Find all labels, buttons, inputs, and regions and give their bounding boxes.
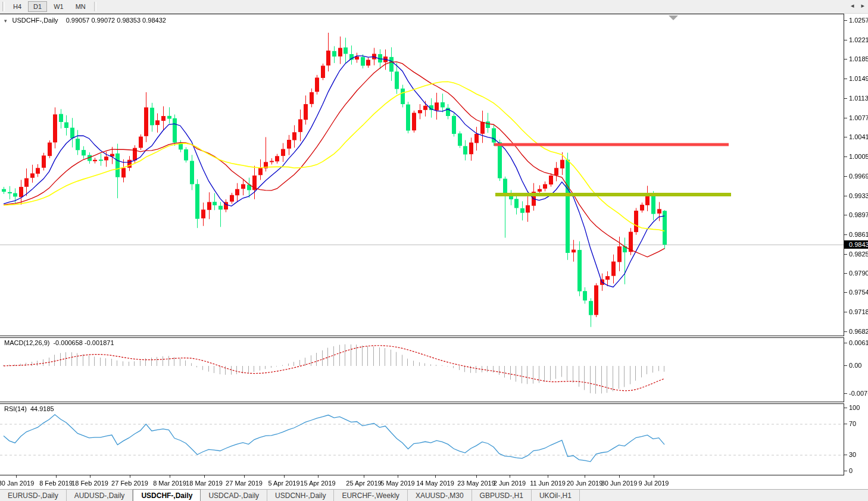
macd-name: MACD(12,26,9) (4, 339, 49, 346)
price-tick-label: 1.01130 (849, 95, 868, 102)
price-tick-label: 0.98970 (849, 211, 868, 218)
date-tick-mark (16, 475, 17, 478)
date-tick-mark (654, 475, 654, 478)
date-tick-mark (619, 475, 620, 478)
chart-canvas[interactable] (0, 0, 868, 501)
chart-tab-gbpusd-h1[interactable]: GBPUSD-,H1 (472, 490, 532, 501)
tab-scroll-right-icon[interactable]: ▸ (861, 2, 864, 9)
chart-ohlc-values: 0.99057 0.99072 0.98353 0.98432 (66, 17, 166, 24)
rsi-axis-tick-label: 70 (849, 420, 856, 427)
macd-axis-tick-label: -0.007612 (849, 390, 868, 397)
date-tick-mark (170, 475, 170, 478)
chart-tab-usdcad-daily[interactable]: USDCAD-,Daily (201, 490, 267, 501)
date-tick-mark (585, 475, 585, 478)
chart-shift-marker-icon[interactable] (669, 15, 678, 20)
tab-scroll-left-icon[interactable]: ◂ (851, 2, 854, 9)
date-tick-mark (510, 475, 510, 478)
date-tick-mark (56, 475, 57, 478)
price-tick-label: 0.97180 (849, 308, 868, 315)
chart-tab-eurusd-daily[interactable]: EURUSD-,Daily (0, 490, 67, 501)
chart-title: ▾ USDCHF-,Daily 0.99057 0.99072 0.98353 … (4, 17, 166, 24)
price-tick-label: 1.02570 (849, 17, 868, 24)
chart-tab-audusd-daily[interactable]: AUDUSD-,Daily (67, 490, 133, 501)
macd-label: MACD(12,26,9)-0.000658 -0.001871 (4, 339, 118, 346)
price-tick-label: 0.99690 (849, 173, 868, 180)
date-tick-mark (548, 475, 548, 478)
macd-axis-tick-label: 0.00613 (849, 339, 868, 346)
price-tick-label: 1.01490 (849, 75, 868, 82)
date-tick-mark (90, 475, 90, 478)
chart-tab-usdcnh-daily[interactable]: USDCNH-,Daily (267, 490, 334, 501)
date-tick-label: 9 Jul 2019 (627, 480, 680, 487)
macd-values: -0.000658 -0.001871 (53, 339, 114, 346)
date-tick-mark (244, 475, 245, 478)
date-tick-mark (318, 475, 319, 478)
price-tick-label: 1.00770 (849, 114, 868, 121)
rsi-label: RSI(14)44.9185 (4, 405, 58, 412)
rsi-value: 44.9185 (30, 405, 54, 412)
chart-tab-eurchf-weekly[interactable]: EURCHF-,Weekly (334, 490, 407, 501)
date-tick-mark (398, 475, 398, 478)
rsi-name: RSI(14) (4, 405, 27, 412)
chart-tab-usdchf-daily[interactable]: USDCHF-,Daily (133, 489, 201, 501)
price-tick-label: 0.98250 (849, 250, 868, 258)
rsi-axis-tick-label: 100 (849, 404, 860, 411)
chart-symbol-label: USDCHF-,Daily (13, 17, 58, 24)
price-tick-label: 1.00410 (849, 133, 868, 140)
rsi-axis-tick-label: 30 (849, 451, 856, 458)
mt4-window: H4D1W1MN ▾ USDCHF-,Daily 0.99057 0.99072… (0, 0, 868, 501)
date-tick-mark (130, 475, 130, 478)
price-tick-label: 1.02210 (849, 36, 868, 43)
price-tick-label: 0.97900 (849, 270, 868, 277)
rsi-axis-tick-label: 0 (849, 467, 853, 474)
macd-axis-tick-label: 0.00 (849, 362, 861, 369)
date-tick-mark (204, 475, 205, 478)
date-tick-mark (284, 475, 285, 478)
chart-tab-bar: EURUSD-,DailyAUDUSD-,DailyUSDCHF-,DailyU… (0, 489, 868, 501)
date-tick-mark (476, 475, 477, 478)
chart-tab-xauusd-m30[interactable]: XAUUSD-,M30 (408, 490, 472, 501)
price-tick-label: 0.96820 (849, 328, 868, 335)
price-tick-label: 1.01850 (849, 55, 868, 62)
price-tick-label: 0.99330 (849, 192, 868, 199)
date-tick-mark (435, 475, 436, 478)
price-tick-label: 0.98610 (849, 231, 868, 238)
price-tick-label: 1.00050 (849, 153, 868, 160)
date-tick-mark (364, 475, 364, 478)
price-tick-label: 0.97540 (849, 289, 868, 296)
chart-tab-ukoil-h1[interactable]: UKOil-,H1 (532, 490, 580, 501)
current-price-tag: 0.98432 (844, 240, 868, 249)
collapse-triangle-icon[interactable]: ▾ (4, 18, 7, 24)
